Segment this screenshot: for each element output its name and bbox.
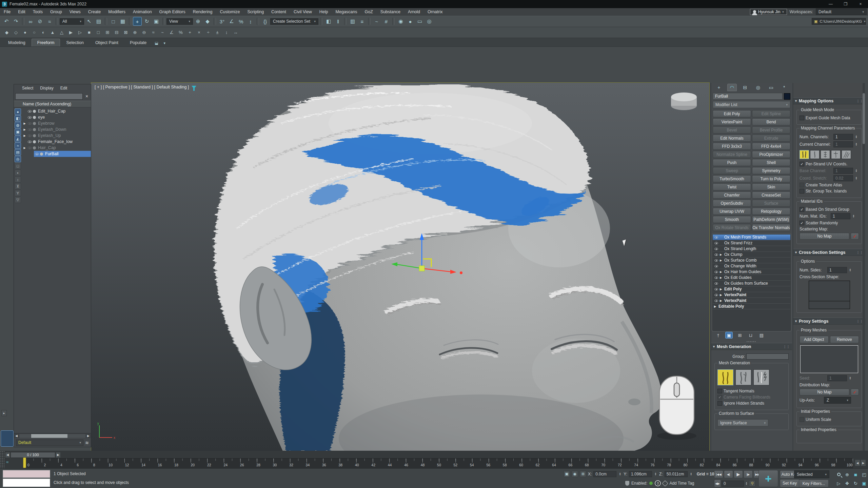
tool-icon[interactable]: ◇ [12, 28, 20, 37]
spinner-arrows-icon[interactable]: ▲▼ [854, 135, 858, 139]
menu-item[interactable]: Content [268, 8, 290, 16]
checkbox[interactable] [800, 207, 804, 212]
key-mode-toggle-icon[interactable]: ◀▶ [714, 480, 721, 487]
expand-arrow-icon[interactable]: ▶ [720, 288, 724, 291]
num-channels-field[interactable]: 1 [833, 134, 853, 140]
toolbar-icon[interactable]: ↶ [2, 17, 11, 26]
toolbar-icon[interactable] [257, 18, 259, 25]
scrollbar-thumb[interactable] [863, 93, 865, 144]
menu-item[interactable]: File [0, 8, 14, 16]
modifier-button[interactable]: Ox Rotate Strands [713, 224, 751, 231]
modifier-stack-item[interactable]: ▶ Ox Surface Comb [713, 258, 790, 263]
toolbar-icon[interactable]: ◎ [425, 17, 434, 26]
tool-icon[interactable]: △ [58, 28, 66, 37]
add-time-tag[interactable]: Add Time Tag [669, 481, 694, 486]
rollout-header[interactable]: Mesh Generation ⋮⋮ [711, 343, 792, 350]
list-item[interactable]: ▶ Eyelash_Up [22, 133, 91, 139]
menu-item[interactable]: Edit [14, 8, 29, 16]
modifier-button[interactable]: Shell [752, 159, 790, 166]
tool-icon[interactable]: ● [21, 28, 29, 37]
track-bar[interactable]: 0246810121416182022242628303234363840424… [25, 458, 853, 468]
checkbox[interactable] [717, 395, 722, 400]
make-unique-icon[interactable]: ⊞ [736, 332, 744, 339]
toolbar-icon[interactable]: ⊘ [36, 17, 44, 26]
spinner-arrows-icon[interactable]: ▲▼ [854, 143, 858, 146]
modifier-stack-item[interactable]: ▶ VertexPaint [713, 292, 790, 298]
tool-icon[interactable]: × [195, 28, 203, 37]
visibility-eye-icon[interactable] [28, 128, 32, 131]
modifier-eye-icon[interactable] [714, 236, 718, 238]
remove-modifier-icon[interactable]: ⊔ [747, 332, 754, 339]
toolbar-icon[interactable]: ‖ [334, 17, 342, 26]
scroll-right-icon[interactable]: ▶ [86, 434, 91, 438]
modifier-button[interactable]: PathDeform (WSM) [752, 216, 790, 223]
account-button[interactable]: Hyunsuk Jin ▾ [750, 9, 787, 15]
modifier-button[interactable]: FFD 3x3x3 [713, 143, 751, 150]
explorer-filter-icon[interactable]: ↕ [15, 176, 21, 183]
next-frame-button[interactable]: ▶ [56, 452, 61, 458]
tool-icon[interactable]: ◆ [3, 28, 11, 37]
tool-icon[interactable]: ◐ [39, 28, 47, 37]
tool-icon[interactable]: ↔ [232, 28, 240, 37]
map-enable-icon[interactable] [851, 233, 859, 240]
explorer-filter-icon[interactable]: ▽ [15, 197, 21, 203]
modifier-eye-icon[interactable] [714, 242, 718, 244]
toolbar-icon[interactable] [56, 18, 58, 25]
checkbox[interactable] [800, 221, 804, 225]
modifier-button[interactable]: Skin [752, 183, 790, 190]
rollout-header[interactable]: Mapping Options ⋮⋮ [793, 97, 865, 104]
list-item[interactable]: ▶ eye [22, 114, 91, 120]
modifier-button[interactable]: Sweep [713, 167, 751, 174]
modifier-button[interactable]: Turn to Poly [752, 175, 790, 182]
toolbar-icon[interactable]: ⊕ [194, 17, 202, 26]
ribbon-tab[interactable]: Selection [61, 39, 89, 46]
scattering-map-button[interactable]: No Map [800, 233, 849, 240]
modifier-stack-item[interactable]: ▶ Edit Poly [713, 286, 790, 292]
modifier-eye-icon[interactable] [714, 265, 718, 267]
perspective-viewport[interactable]: [ + ] [ Perspective ] [ Standard ] [ Def… [91, 82, 710, 451]
toolbar-grip[interactable] [0, 451, 4, 468]
modifier-stack-item[interactable]: ▶ Ox Hair from Guides [713, 269, 790, 275]
explorer-filter-icon[interactable]: ◍ [15, 122, 21, 128]
explorer-filter-icon[interactable]: ◧ [15, 115, 21, 122]
spinner-arrows-icon[interactable]: ▲▼ [618, 472, 622, 476]
modifier-button[interactable]: VertexPaint [713, 118, 751, 125]
toolbar-icon[interactable]: ∞ [26, 17, 35, 26]
menu-item[interactable]: Graph Editors [156, 8, 189, 16]
toolbar-icon[interactable]: ↖ [85, 17, 94, 26]
modifier-eye-icon[interactable] [714, 247, 718, 250]
parameters-scrollbar[interactable] [863, 83, 865, 451]
expand-arrow-icon[interactable]: ▶ [22, 128, 27, 131]
toolbar-icon[interactable]: 3° [218, 17, 226, 26]
checkbox[interactable] [717, 401, 722, 406]
coord-stretch-field[interactable]: 0.02 [833, 175, 853, 181]
toolbar-icon[interactable]: ↻ [142, 17, 151, 26]
ribbon-tab[interactable]: Populate [124, 39, 152, 46]
next-key-button[interactable]: |▶ [744, 470, 753, 478]
modifier-button[interactable]: Chamfer [713, 191, 751, 199]
add-object-button[interactable]: Add Object [800, 336, 829, 343]
explorer-filter-icon[interactable]: ⊻ [15, 183, 21, 189]
proxy-mesh-list[interactable] [800, 345, 858, 373]
toolbar-icon[interactable]: % [237, 17, 245, 26]
modifier-button[interactable]: Ox Transfer Normals [752, 224, 790, 231]
modifier-button[interactable]: Symmetry [752, 167, 790, 174]
tool-icon[interactable]: □ [94, 28, 102, 37]
mesh-mode-billboard-button[interactable] [735, 369, 751, 385]
menu-item[interactable]: Substance [377, 8, 404, 16]
close-button[interactable]: × [853, 0, 868, 8]
menu-item[interactable]: Customize [216, 8, 243, 16]
layers-icon[interactable]: ≋ [85, 440, 89, 445]
named-selection-set-dropdown[interactable]: Create Selection Set [270, 18, 318, 25]
explorer-menu-item[interactable]: Select [19, 86, 36, 90]
modifier-eye-icon[interactable] [714, 293, 718, 296]
num-sides-field[interactable]: 1 [827, 267, 847, 273]
menu-item[interactable]: Rendering [189, 8, 216, 16]
selection-filter-dropdown[interactable]: All [60, 18, 84, 25]
modifier-button[interactable]: ProOptimizer [752, 151, 790, 158]
toolbar-icon[interactable]: ≈ [45, 17, 54, 26]
zoom-icon[interactable] [835, 470, 843, 479]
scrollbar-thumb[interactable] [31, 434, 67, 438]
modifier-button[interactable]: FFD 4x4x4 [752, 143, 790, 150]
pan-hand-icon[interactable]: ✥ [843, 479, 851, 487]
